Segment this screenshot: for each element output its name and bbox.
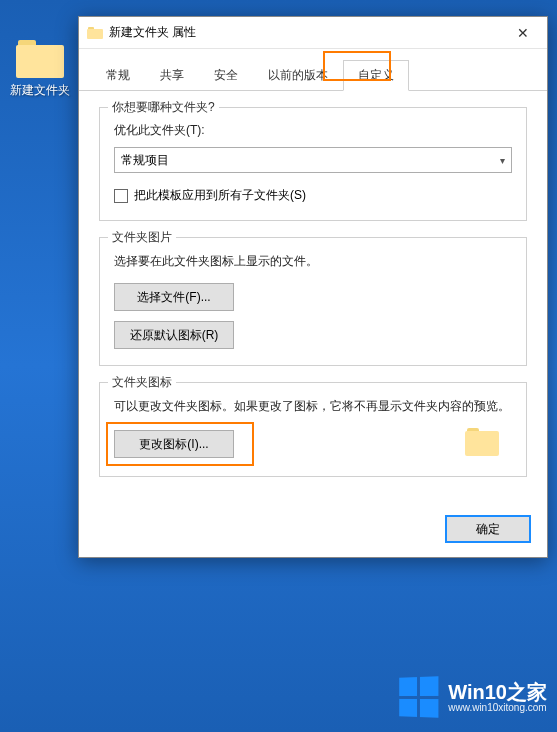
folder-icon-group: 文件夹图标 可以更改文件夹图标。如果更改了图标，它将不再显示文件夹内容的预览。 …: [99, 382, 527, 477]
tab-sharing[interactable]: 共享: [145, 60, 199, 91]
chevron-down-icon: ▾: [500, 155, 505, 166]
titlebar: 新建文件夹 属性 ✕: [79, 17, 547, 49]
optimize-label: 优化此文件夹(T):: [114, 122, 512, 139]
tab-strip: 常规 共享 安全 以前的版本 自定义: [79, 49, 547, 91]
folder-icon: [87, 27, 103, 39]
folder-picture-desc: 选择要在此文件夹图标上显示的文件。: [114, 252, 512, 271]
folder-icon-group-title: 文件夹图标: [108, 374, 176, 391]
apply-template-label: 把此模板应用到所有子文件夹(S): [134, 187, 306, 204]
windows-logo-icon: [399, 676, 438, 718]
tab-general[interactable]: 常规: [91, 60, 145, 91]
dialog-title: 新建文件夹 属性: [109, 24, 501, 41]
folder-icon: [465, 428, 499, 456]
desktop-folder-icon[interactable]: 新建文件夹: [10, 40, 70, 99]
optimize-select-value: 常规项目: [121, 152, 169, 169]
close-icon: ✕: [517, 25, 529, 41]
tab-customize[interactable]: 自定义: [343, 60, 409, 91]
folder-type-group: 你想要哪种文件夹? 优化此文件夹(T): 常规项目 ▾ 把此模板应用到所有子文件…: [99, 107, 527, 221]
watermark: Win10之家 www.win10xitong.com: [337, 662, 557, 732]
folder-icon-desc: 可以更改文件夹图标。如果更改了图标，它将不再显示文件夹内容的预览。: [114, 397, 512, 416]
tab-security[interactable]: 安全: [199, 60, 253, 91]
change-icon-button[interactable]: 更改图标(I)...: [114, 430, 234, 458]
tab-content: 你想要哪种文件夹? 优化此文件夹(T): 常规项目 ▾ 把此模板应用到所有子文件…: [79, 91, 547, 505]
ok-button[interactable]: 确定: [445, 515, 531, 543]
apply-template-checkbox[interactable]: [114, 189, 128, 203]
properties-dialog: 新建文件夹 属性 ✕ 常规 共享 安全 以前的版本 自定义 你想要哪种文件夹? …: [78, 16, 548, 558]
folder-picture-group-title: 文件夹图片: [108, 229, 176, 246]
apply-template-row: 把此模板应用到所有子文件夹(S): [114, 187, 512, 204]
choose-file-button[interactable]: 选择文件(F)...: [114, 283, 234, 311]
icon-row: 更改图标(I)...: [114, 428, 512, 460]
folder-icon: [16, 40, 64, 78]
folder-picture-group: 文件夹图片 选择要在此文件夹图标上显示的文件。 选择文件(F)... 还原默认图…: [99, 237, 527, 366]
optimize-select[interactable]: 常规项目 ▾: [114, 147, 512, 173]
close-button[interactable]: ✕: [501, 18, 545, 48]
watermark-sub: www.win10xitong.com: [448, 702, 547, 713]
watermark-main: Win10之家: [448, 682, 547, 702]
folder-type-group-title: 你想要哪种文件夹?: [108, 99, 219, 116]
icon-preview: [452, 428, 512, 460]
desktop-folder-label: 新建文件夹: [10, 82, 70, 99]
dialog-button-row: 确定: [79, 505, 547, 557]
tab-previous-versions[interactable]: 以前的版本: [253, 60, 343, 91]
watermark-text: Win10之家 www.win10xitong.com: [448, 682, 547, 713]
restore-default-button[interactable]: 还原默认图标(R): [114, 321, 234, 349]
